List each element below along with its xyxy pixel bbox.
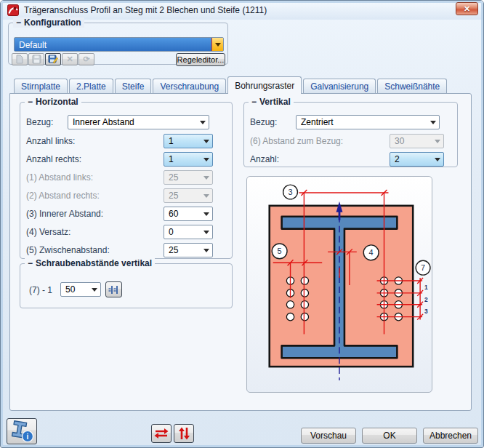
tab-page-bohrungsraster: −Horizontal Bezug: Innerer Abstand Anzah… [9,93,472,411]
versatz-select[interactable]: 0 [164,225,213,239]
tab-bohrungsraster[interactable]: Bohrungsraster [227,76,302,94]
callout-4: 4 [369,248,374,257]
preview-diagram-panel: 1 2 3 3 5 4 7 [246,176,432,393]
callout-5: 5 [278,247,282,255]
svg-text:1: 1 [424,284,428,291]
vertikal-group: −Vertikal Bezug: Zentriert (6) Abstand z… [243,102,458,167]
save-config-as-button[interactable] [45,53,61,65]
tab-steife[interactable]: Steife [115,79,152,93]
app-icon [7,4,19,16]
cancel-button[interactable]: Abbrechen [423,428,478,444]
refresh-icon: ⟳ [83,55,89,63]
svg-text:3: 3 [424,308,428,315]
abstand-zum-bezug-select: 30 [390,134,444,148]
svg-text:2: 2 [424,296,428,303]
horizontal-legend: −Horizontal [25,97,81,107]
konfiguration-group: −Konfiguration Default [8,23,228,65]
abstand-links-select: 25 [164,170,213,185]
chevron-down-icon [201,135,212,148]
anzahl-links-label: Anzahl links: [26,136,75,146]
abstand-zum-bezug-label: (6) Abstand zum Bezug: [250,136,343,146]
collapse-icon: − [251,97,257,107]
delete-config-button: ✕ [62,53,78,65]
bezug-horizontal-label: Bezug: [26,117,53,127]
anzahl-vertikal-select[interactable]: 2 [390,152,444,167]
anzahl-links-select[interactable]: 1 [164,134,213,148]
chevron-down-icon [201,189,212,202]
swap-vertical-icon [175,425,193,441]
swap-horizontal-button[interactable] [151,424,172,443]
bezug-horizontal-select[interactable]: Innerer Abstand [68,115,209,129]
spacing-index-labels: 1 2 3 [424,284,428,315]
rule-editor-button[interactable]: Regeleditor... [176,53,225,66]
close-icon: ✕ [464,4,470,14]
bezug-vertikal-select[interactable]: Zentriert [296,115,440,129]
dialog-window: Trägeranschluss Profil an Steg mit 2 Ble… [0,0,484,448]
delete-icon: ✕ [66,55,73,63]
chevron-down-icon [197,116,209,129]
collapse-icon: − [16,17,21,28]
tab-verschraubung[interactable]: Verschraubung [153,79,226,93]
svg-text:i: i [27,433,29,441]
swap-horizontal-icon [153,425,170,441]
zwischenabstand-select[interactable]: 25 [164,243,213,257]
abstand-rechts-select: 25 [164,188,213,203]
tab-bar: Stirnplatte 2.Platte Steife Verschraubun… [14,76,448,93]
bolt-pattern-diagram: 1 2 3 3 5 4 7 [247,177,432,392]
chevron-down-icon [201,225,212,239]
schraubenabstand-7-1-select[interactable]: 50 [60,282,101,297]
chevron-down-icon [89,283,100,296]
distribute-equal-icon [108,285,119,295]
configuration-select[interactable]: Default [14,37,224,52]
schraubenabstaende-group: −Schraubenabstände vertikal (7) - 1 50 [20,263,233,308]
save-config-button [28,53,44,65]
horizontal-group: −Horizontal Bezug: Innerer Abstand Anzah… [20,102,233,259]
refresh-config-button: ⟳ [78,53,94,65]
callout-7: 7 [421,263,425,272]
schraubenabstaende-legend: −Schraubenabstände vertikal [25,258,155,268]
collapse-icon: − [28,97,33,107]
anzahl-rechts-label: Anzahl rechts: [26,154,81,164]
innerer-abstand-select[interactable]: 60 [164,207,213,221]
chevron-down-icon [432,153,443,166]
tab-2platte[interactable]: 2.Platte [69,79,113,93]
innerer-abstand-label: (3) Innerer Abstand: [26,209,103,219]
open-config-button [12,53,28,65]
chevron-down-icon [201,171,212,184]
close-button[interactable]: ✕ [456,2,478,15]
anzahl-vertikal-label: Anzahl: [250,154,279,164]
preview-button[interactable]: Vorschau [301,428,356,444]
ok-button[interactable]: OK [362,428,417,444]
window-title: Trägeranschluss Profil an Steg mit 2 Ble… [24,5,267,15]
zwischenabstand-label: (5) Zwischenabstand: [26,245,110,255]
versatz-label: (4) Versatz: [26,227,70,237]
chevron-down-icon [211,38,223,51]
schraubenabstand-row-label: (7) - 1 [29,285,52,295]
chevron-down-icon [201,153,212,166]
chevron-down-icon [201,244,212,257]
tab-schweissnaehte[interactable]: Schweißnähte [377,79,447,93]
chevron-down-icon [427,116,439,129]
abstand-rechts-label: (2) Abstand rechts: [26,191,100,201]
beam-info-icon: i [8,420,36,443]
distribute-equal-button[interactable] [105,281,122,297]
save-as-icon [48,55,58,64]
tab-stirnplatte[interactable]: Stirnplatte [14,79,68,93]
collapse-icon: − [28,258,33,268]
abstand-links-label: (1) Abstand links: [26,172,93,183]
chevron-down-icon [201,207,212,220]
swap-vertical-button[interactable] [174,424,194,443]
chevron-down-icon [432,135,443,148]
save-icon [32,55,41,64]
tab-galvanisierung[interactable]: Galvanisierung [303,79,376,93]
vertikal-legend: −Vertikal [249,97,294,107]
anzahl-rechts-select[interactable]: 1 [164,152,213,167]
profile-info-button[interactable]: i [7,418,37,444]
konfiguration-legend: −Konfiguration [13,17,84,28]
bezug-vertikal-label: Bezug: [250,117,277,127]
open-icon [15,55,24,64]
callout-3: 3 [288,188,292,196]
